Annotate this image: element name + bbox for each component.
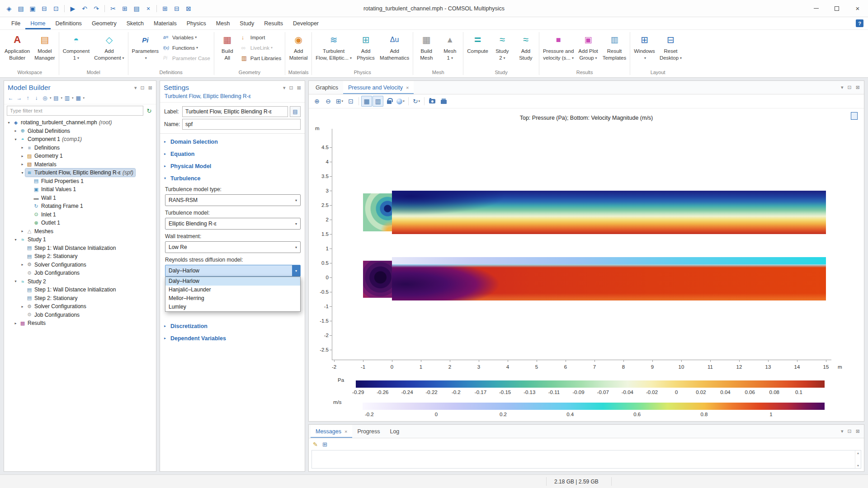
- run-icon[interactable]: ▶: [67, 3, 78, 14]
- node-grouping-icon[interactable]: ▦: [75, 94, 82, 102]
- ribbon-button-build-mesh[interactable]: ▦BuildMesh: [415, 31, 438, 69]
- show-axes-icon[interactable]: ▥: [373, 96, 383, 107]
- menu-study[interactable]: Study: [235, 17, 259, 29]
- expand-all-icon[interactable]: ▥: [63, 94, 71, 102]
- ribbon-button-compute[interactable]: =Compute: [465, 31, 491, 69]
- tree-expand-icon[interactable]: ▾: [13, 137, 19, 141]
- panel-close-icon[interactable]: ⊠: [856, 84, 860, 90]
- collapse-all-icon[interactable]: ▤: [52, 94, 60, 102]
- ribbon-button-add-component[interactable]: ◇AddComponent▾: [92, 31, 126, 69]
- help-icon[interactable]: ?: [856, 19, 863, 27]
- messages-content[interactable]: ▲ ▼: [311, 450, 861, 469]
- messages-scrollbar[interactable]: ▲ ▼: [855, 450, 861, 468]
- tree-item-solver-configurations[interactable]: ▸⚙Solver Configurations: [4, 261, 156, 269]
- ribbon-button-variables[interactable]: a=Variables▾: [161, 32, 212, 42]
- name-input[interactable]: [182, 119, 301, 130]
- tree-item-meshes[interactable]: ▸△Meshes: [4, 227, 156, 236]
- zoom-extents-icon[interactable]: ⊡: [345, 96, 356, 107]
- ribbon-button-add-material[interactable]: ◉AddMaterial: [287, 31, 310, 69]
- print-icon[interactable]: [438, 96, 449, 107]
- scroll-up-icon[interactable]: ▲: [857, 451, 860, 455]
- tree-item-wall-1[interactable]: ▬Wall 1: [4, 194, 156, 202]
- copy-plot-icon[interactable]: [851, 112, 858, 120]
- tree-item-job-configurations[interactable]: ⚙Job Configurations: [4, 269, 156, 277]
- tab-log[interactable]: Log: [385, 425, 404, 438]
- ribbon-button-result-templates[interactable]: ▥ResultTemplates: [600, 31, 628, 69]
- close-tab-icon[interactable]: ×: [344, 429, 347, 434]
- tab-graphics[interactable]: Graphics: [311, 81, 343, 94]
- menu-developer[interactable]: Developer: [288, 17, 324, 29]
- wall-treatment-select[interactable]: Low Re▾: [165, 241, 301, 253]
- tree-item-fluid-properties-1[interactable]: ▤Fluid Properties 1: [4, 177, 156, 186]
- scene-light-icon[interactable]: ▾: [395, 96, 406, 107]
- copy-text-icon[interactable]: ⊞: [322, 441, 327, 448]
- turbulence-model-type-select[interactable]: RANS-RSM▾: [165, 194, 301, 206]
- panel-close-icon[interactable]: ⊠: [148, 85, 152, 91]
- ribbon-button-import[interactable]: ↓Import: [239, 32, 283, 42]
- filter-input[interactable]: [7, 106, 143, 116]
- tree-expand-icon[interactable]: ▾: [6, 121, 12, 125]
- label-input[interactable]: [182, 106, 288, 117]
- delete-icon[interactable]: ×: [143, 3, 154, 14]
- panel-float-icon[interactable]: ⊡: [848, 84, 852, 90]
- go-back-icon[interactable]: ←: [7, 94, 14, 102]
- ribbon-button-mesh-1[interactable]: ▲Mesh1▾: [438, 31, 462, 69]
- tree-expand-icon[interactable]: ▸: [19, 145, 25, 150]
- tree-item-definitions[interactable]: ▸≡Definitions: [4, 144, 156, 152]
- refresh-icon[interactable]: ↻: [145, 108, 153, 114]
- tree-expand-icon[interactable]: ▸: [19, 162, 25, 166]
- ribbon-button-functions[interactable]: f(x)Functions▾: [161, 42, 212, 53]
- dropdown-option-daly-harlow[interactable]: Daly–Harlow: [165, 277, 300, 286]
- tree-expand-icon[interactable]: ▾: [13, 279, 19, 283]
- section-equation[interactable]: ▸Equation: [164, 148, 301, 160]
- tree-item-rotating-turbulent-channel-mph[interactable]: ▾◈rotating_turbulent_channel.mph(root): [4, 118, 156, 127]
- ribbon-button-reset-desktop[interactable]: ⊟ResetDesktop▾: [657, 31, 684, 69]
- open-icon[interactable]: ▤: [15, 3, 26, 14]
- menu-physics[interactable]: Physics: [182, 17, 211, 29]
- tree-item-materials[interactable]: ▸▧Materials: [4, 160, 156, 169]
- menu-geometry[interactable]: Geometry: [87, 17, 122, 29]
- tree-item-rotating-frame-1[interactable]: ↻Rotating Frame 1: [4, 202, 156, 211]
- show-grid-icon[interactable]: ▦: [361, 96, 372, 107]
- dropdown-option-mellor-herring[interactable]: Mellor–Herring: [165, 294, 300, 303]
- tree-item-study-2[interactable]: ▾≈Study 2: [4, 277, 156, 286]
- turbulence-model-select[interactable]: Elliptic Blending R-ε▾: [165, 218, 301, 230]
- section-physical-model[interactable]: ▸Physical Model: [164, 160, 301, 172]
- tree-item-study-1[interactable]: ▾≈Study 1: [4, 235, 156, 244]
- scroll-down-icon[interactable]: ▼: [857, 464, 860, 467]
- menu-sketch[interactable]: Sketch: [122, 17, 149, 29]
- ribbon-button-add-plot-group[interactable]: ▣Add PlotGroup▾: [576, 31, 600, 69]
- redo-icon[interactable]: ↷: [91, 3, 102, 14]
- tab-messages[interactable]: Messages×: [311, 425, 352, 438]
- ribbon-button-model-manager[interactable]: ▤ModelManager: [32, 31, 57, 69]
- tree-expand-icon[interactable]: ▸: [13, 321, 19, 325]
- rename-button[interactable]: ▤: [290, 106, 301, 117]
- tree-item-initial-values-1[interactable]: ▣Initial Values 1: [4, 185, 156, 194]
- section-discretization[interactable]: ▸Discretization: [164, 320, 301, 332]
- save-as-icon[interactable]: ⊟: [39, 3, 50, 14]
- close-tab-icon[interactable]: ×: [406, 85, 409, 90]
- panel-float-icon[interactable]: ⊡: [289, 85, 293, 91]
- panel-menu-icon[interactable]: ▾: [283, 85, 286, 91]
- section-dependent-variables[interactable]: ▸Dependent Variables: [164, 332, 301, 344]
- tree-expand-icon[interactable]: ▸: [19, 229, 25, 233]
- zoom-box-icon[interactable]: ⊞▾: [334, 96, 345, 107]
- tree-item-step-2-stationary[interactable]: ▤Step 2: Stationary: [4, 294, 156, 303]
- section-turbulence[interactable]: ▾Turbulence: [164, 172, 301, 184]
- ribbon-button-pressure-and-velocity-s[interactable]: ■Pressure andvelocity (s...▾: [541, 31, 576, 69]
- ribbon-button-component-1[interactable]: ◓Component1▾: [61, 31, 92, 69]
- menu-materials[interactable]: Materials: [149, 17, 182, 29]
- tab-progress[interactable]: Progress: [352, 425, 385, 438]
- menu-mesh[interactable]: Mesh: [211, 17, 235, 29]
- ribbon-button-application-builder[interactable]: AApplicationBuilder: [2, 31, 32, 69]
- section-domain-selection[interactable]: ▸Domain Selection: [164, 136, 301, 148]
- paste-icon[interactable]: ▤: [131, 3, 142, 14]
- tree-item-turbulent-flow-elliptic-blending-r[interactable]: ▾≋Turbulent Flow, Elliptic Blending R-ε(…: [4, 169, 156, 177]
- copy-icon[interactable]: ⊞: [119, 3, 130, 14]
- ribbon-button-windows[interactable]: ⊞Windows▾: [632, 31, 657, 69]
- panel-menu-icon[interactable]: ▾: [841, 84, 844, 90]
- reynolds-stress-diffusion-model-select[interactable]: Daly–Harlow▾: [165, 265, 301, 277]
- panel-float-icon[interactable]: ⊡: [848, 428, 852, 434]
- tree-item-step-2-stationary[interactable]: ▤Step 2: Stationary: [4, 252, 156, 261]
- ribbon-button-add-physics[interactable]: ⊞AddPhysics: [354, 31, 377, 69]
